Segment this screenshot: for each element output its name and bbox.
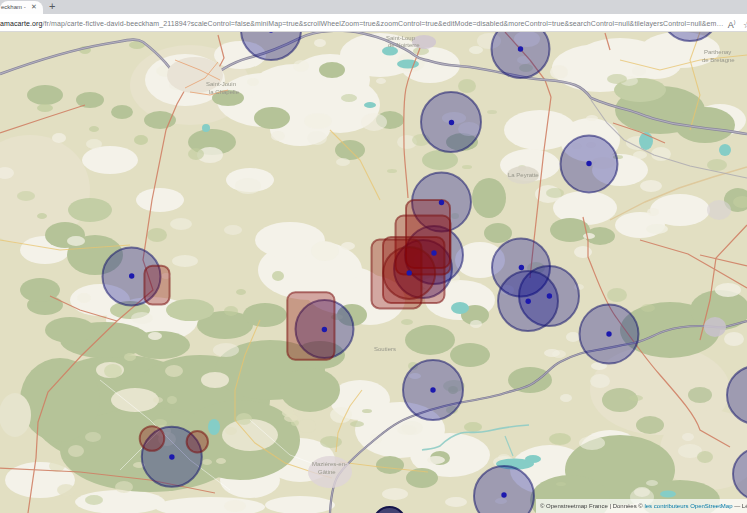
svg-text:Saint-Loup: Saint-Loup: [386, 35, 416, 41]
svg-text:Gâtine: Gâtine: [318, 469, 336, 475]
svg-text:Parthenay: Parthenay: [704, 49, 731, 55]
svg-text:Soutiers: Soutiers: [374, 346, 396, 352]
svg-text:Saint-Jouin: Saint-Jouin: [206, 81, 236, 87]
svg-text:la Chapelle: la Chapelle: [209, 89, 240, 95]
svg-text:de Noirterre: de Noirterre: [388, 42, 420, 48]
svg-text:Mazières-en-: Mazières-en-: [312, 461, 347, 467]
svg-text:de Bretagne: de Bretagne: [702, 57, 735, 63]
svg-text:© Openstreetmap France | Donné: © Openstreetmap France | Données © les c…: [540, 503, 747, 509]
svg-text:La Peyratte: La Peyratte: [508, 172, 539, 178]
